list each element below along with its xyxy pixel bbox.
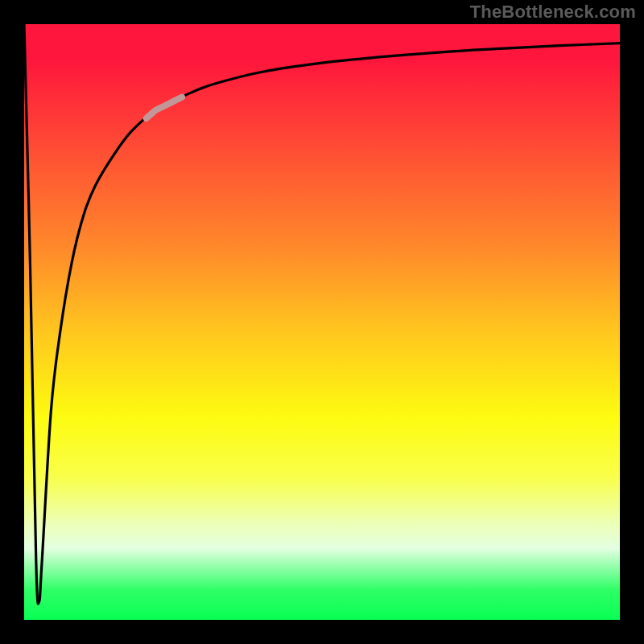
plot-area [24, 24, 620, 620]
chart-frame: TheBottleneck.com [0, 0, 644, 644]
watermark-text: TheBottleneck.com [470, 2, 636, 23]
curve-path-highlight [147, 97, 182, 118]
bottleneck-curve [24, 24, 620, 620]
curve-path-main [24, 24, 620, 604]
